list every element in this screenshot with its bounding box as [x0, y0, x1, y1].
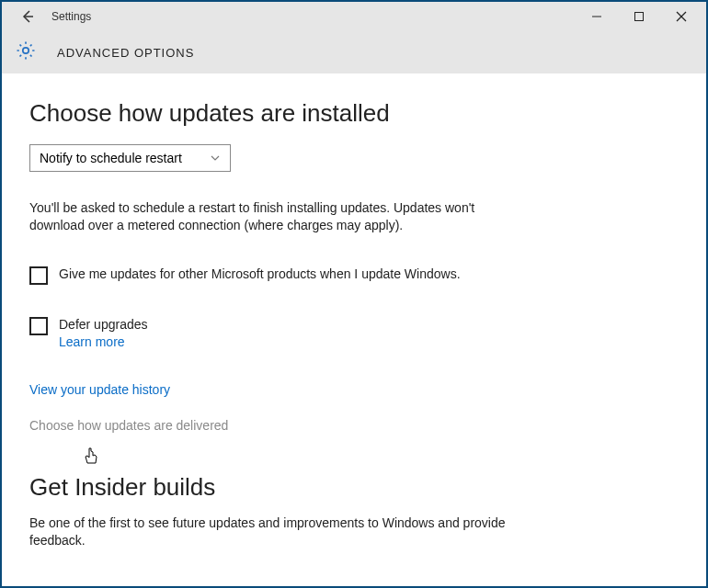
- close-icon: [676, 11, 687, 22]
- view-update-history-link[interactable]: View your update history: [29, 382, 170, 397]
- svg-point-4: [23, 48, 29, 53]
- checkbox-defer-upgrades[interactable]: [29, 317, 48, 335]
- back-arrow-icon: [19, 8, 36, 25]
- minimize-button[interactable]: [576, 2, 618, 31]
- checkbox-defer-label: Defer upgrades: [59, 316, 148, 334]
- learn-more-link[interactable]: Learn more: [59, 334, 125, 349]
- maximize-button[interactable]: [618, 2, 660, 31]
- app-title: Settings: [51, 10, 576, 23]
- page-title: ADVANCED OPTIONS: [57, 46, 194, 60]
- back-button[interactable]: [13, 2, 42, 31]
- svg-rect-1: [635, 13, 644, 21]
- maximize-icon: [634, 11, 645, 22]
- dropdown-value: Notify to schedule restart: [40, 151, 182, 165]
- chevron-down-icon: [210, 153, 221, 164]
- checkbox-row-other-products: Give me updates for other Microsoft prod…: [29, 266, 544, 285]
- checkbox-row-defer: Defer upgrades Learn more: [29, 316, 544, 350]
- page-header: ADVANCED OPTIONS: [2, 31, 706, 74]
- checkbox-other-products-label: Give me updates for other Microsoft prod…: [59, 266, 461, 283]
- install-mode-dropdown[interactable]: Notify to schedule restart: [29, 144, 231, 172]
- close-button[interactable]: [660, 2, 702, 31]
- insider-description: Be one of the first to see future update…: [29, 514, 508, 549]
- choose-delivery-link[interactable]: Choose how updates are delivered: [29, 418, 669, 433]
- minimize-icon: [591, 11, 602, 22]
- window-controls: [576, 2, 702, 31]
- install-description: You'll be asked to schedule a restart to…: [29, 199, 508, 234]
- section-heading-insider: Get Insider builds: [29, 473, 669, 502]
- checkbox-other-products[interactable]: [29, 266, 48, 285]
- title-bar: Settings: [2, 2, 706, 31]
- gear-icon: [15, 40, 37, 65]
- section-heading-install: Choose how updates are installed: [29, 99, 669, 128]
- content-area: Choose how updates are installed Notify …: [2, 74, 706, 586]
